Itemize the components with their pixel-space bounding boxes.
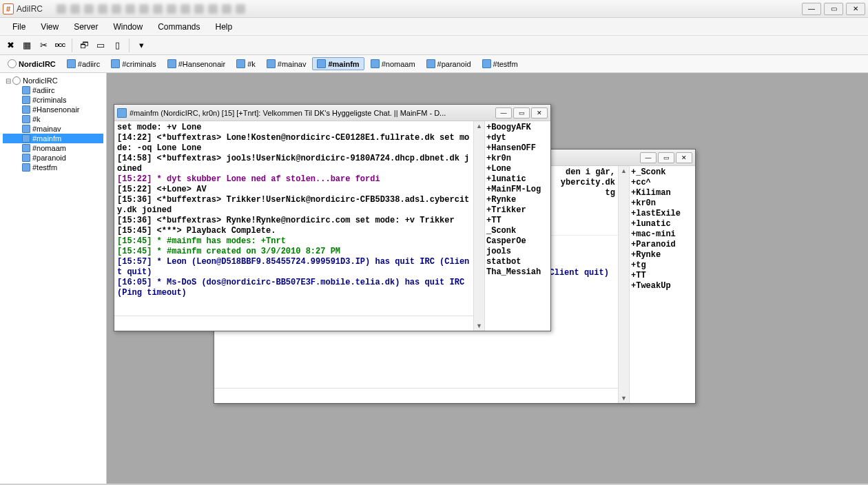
- tab-NordicIRC[interactable]: NordicIRC: [3, 57, 61, 70]
- toolbar-button[interactable]: ▾: [134, 38, 149, 53]
- toolbar-button[interactable]: ▦: [19, 38, 34, 53]
- nick-item[interactable]: +BoogyAFK: [486, 123, 549, 133]
- expand-icon[interactable]: ⊟: [4, 77, 12, 85]
- nick-item[interactable]: _Sconk: [486, 226, 549, 236]
- channel-icon: [426, 59, 435, 68]
- tab-paranoid[interactable]: #paranoid: [422, 57, 476, 70]
- nick-item[interactable]: +Kiliman: [631, 188, 694, 198]
- nick-item[interactable]: Tha_Messiah: [486, 267, 549, 278]
- tab-criminals[interactable]: #criminals: [106, 57, 161, 70]
- nick-item[interactable]: +mac-mini: [631, 229, 694, 240]
- nick-item[interactable]: +cc^: [631, 178, 694, 188]
- scrollbar[interactable]: [618, 166, 629, 403]
- mdi-minimize-button[interactable]: —: [640, 152, 657, 163]
- maximize-button[interactable]: ▭: [824, 3, 843, 15]
- menu-file[interactable]: File: [6, 19, 32, 34]
- nick-item[interactable]: CasperOe: [486, 236, 549, 247]
- tree-label: #nomaam: [32, 144, 66, 152]
- tab-testfm[interactable]: #testfm: [477, 57, 523, 70]
- tab-k[interactable]: #k: [231, 57, 260, 70]
- nick-item[interactable]: +Rynke: [631, 250, 694, 260]
- mdi-window-mainfm[interactable]: #mainfm (NordicIRC, kr0n) [15] [+Tnrt]: …: [114, 104, 551, 331]
- tree-label: #mainav: [32, 125, 61, 133]
- nick-item[interactable]: +dyt: [486, 133, 549, 143]
- nick-item[interactable]: +_Sconk: [631, 167, 694, 178]
- menu-view[interactable]: View: [34, 19, 65, 34]
- toolbar: ✖▦✂DCC🗗▭▯▾: [0, 36, 868, 55]
- channel-icon: [22, 134, 30, 143]
- titlebar: # AdiIRC — ▭ ✕: [0, 0, 868, 18]
- chat-input[interactable]: [114, 316, 473, 331]
- mdi-close-button[interactable]: ✕: [676, 152, 692, 163]
- tab-mainfm[interactable]: #mainfm: [312, 57, 364, 70]
- nick-item[interactable]: +HansenOFF: [486, 143, 549, 154]
- tab-adiirc[interactable]: #adiirc: [62, 57, 105, 70]
- nick-item[interactable]: +Trikker: [486, 205, 549, 216]
- tab-Hansenonair[interactable]: #Hansenonair: [163, 57, 231, 70]
- menu-commands[interactable]: Commands: [151, 19, 207, 34]
- menu-help[interactable]: Help: [209, 19, 240, 34]
- tab-nomaam[interactable]: #nomaam: [366, 57, 420, 70]
- mdi-minimize-button[interactable]: —: [495, 107, 512, 118]
- toolbar-button[interactable]: ▭: [93, 38, 108, 53]
- chat-line: [15:22] <+Lone> AV: [117, 185, 471, 195]
- nick-item[interactable]: +TT: [631, 271, 694, 281]
- scrollbar[interactable]: [473, 121, 484, 331]
- nick-item[interactable]: +MainFM-Log: [486, 185, 549, 195]
- channel-icon: [22, 163, 30, 172]
- tree-channel[interactable]: #mainav: [3, 124, 103, 134]
- tree-channel[interactable]: #k: [3, 114, 103, 124]
- mdi-titlebar[interactable]: #mainfm (NordicIRC, kr0n) [15] [+Tnrt]: …: [114, 105, 550, 121]
- tree-channel[interactable]: #Hansenonair: [3, 105, 103, 114]
- menubar: FileViewServerWindowCommandsHelp: [0, 18, 868, 36]
- mdi-close-button[interactable]: ✕: [531, 107, 548, 118]
- tree-server[interactable]: ⊟NordicIRC: [3, 76, 103, 85]
- tab-mainav[interactable]: #mainav: [262, 57, 311, 70]
- tree-label: #Hansenonair: [32, 105, 80, 114]
- nick-item[interactable]: +lastExile: [631, 209, 694, 219]
- nick-item[interactable]: +Lone: [486, 164, 549, 174]
- sidebar-tree: ⊟NordicIRC#adiirc#criminals#Hansenonair#…: [0, 73, 107, 484]
- toolbar-separator: [129, 39, 130, 52]
- nick-list: +BoogyAFK+dyt+HansenOFF+kr0n+Lone+lunati…: [484, 121, 550, 331]
- tree-channel[interactable]: #mainfm: [3, 134, 103, 143]
- nick-item[interactable]: +Paranoid: [631, 240, 694, 250]
- nick-item[interactable]: +kr0n: [631, 198, 694, 209]
- mdi-maximize-button[interactable]: ▭: [513, 107, 530, 118]
- minimize-button[interactable]: —: [802, 3, 821, 15]
- channel-icon: [22, 115, 30, 123]
- nick-item[interactable]: +Rynke: [486, 195, 549, 205]
- tree-channel[interactable]: #nomaam: [3, 143, 103, 153]
- channel-icon: [22, 144, 30, 152]
- toolbar-button[interactable]: DCC: [52, 38, 68, 53]
- toolbar-button[interactable]: ▯: [110, 38, 125, 53]
- nick-item[interactable]: +kr0n: [486, 154, 549, 164]
- chat-input[interactable]: [214, 389, 618, 403]
- mdi-maximize-button[interactable]: ▭: [658, 152, 674, 163]
- menu-server[interactable]: Server: [67, 19, 105, 34]
- tree-channel[interactable]: #criminals: [3, 95, 103, 105]
- tree-label: #k: [32, 115, 41, 123]
- nick-item[interactable]: jools: [486, 247, 549, 257]
- tab-label: #adiirc: [78, 60, 100, 68]
- tree-channel[interactable]: #adiirc: [3, 85, 103, 95]
- nick-item[interactable]: +lunatic: [631, 219, 694, 229]
- mdi-workspace: NE GET http://w... — ▭ ✕ den i går,yberc…: [107, 73, 868, 484]
- nick-item[interactable]: +lunatic: [486, 174, 549, 185]
- menu-window[interactable]: Window: [106, 19, 149, 34]
- tree-channel[interactable]: #paranoid: [3, 153, 103, 163]
- toolbar-button[interactable]: ✂: [36, 38, 51, 53]
- channel-icon: [22, 86, 30, 94]
- main-area: ⊟NordicIRC#adiirc#criminals#Hansenonair#…: [0, 73, 868, 484]
- chat-log: set mode: +v Lone[14:22] <*buffextras> L…: [114, 121, 473, 316]
- nick-item[interactable]: +TT: [486, 216, 549, 226]
- toolbar-button[interactable]: ✖: [3, 38, 18, 53]
- nick-item[interactable]: +tg: [631, 260, 694, 271]
- nick-item[interactable]: +TweakUp: [631, 281, 694, 291]
- nick-item[interactable]: statbot: [486, 257, 549, 267]
- chat-input-wrap: [214, 388, 618, 403]
- toolbar-button[interactable]: 🗗: [76, 38, 92, 53]
- tree-channel[interactable]: #testfm: [3, 163, 103, 172]
- close-button[interactable]: ✕: [846, 3, 865, 15]
- tab-label: #mainfm: [328, 60, 359, 68]
